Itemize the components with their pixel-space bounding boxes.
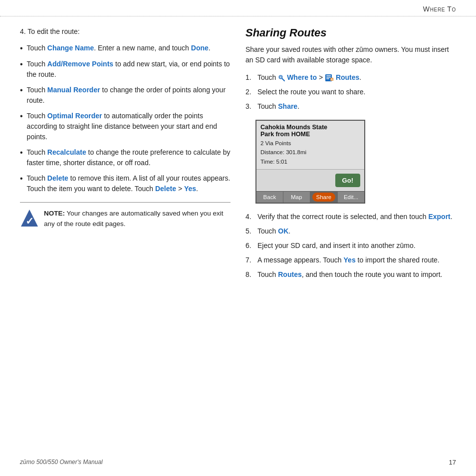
routes-link2: Routes — [278, 270, 301, 278]
list-item: Touch Recalculate to change the route pr… — [20, 147, 231, 168]
gps-back-button[interactable]: Back — [256, 192, 283, 203]
step-4: 4. Verify that the correct route is sele… — [245, 212, 456, 222]
step-1: 1. Touch Where to > — [245, 72, 456, 83]
page-title: Where To — [423, 5, 456, 13]
ok-link: OK — [278, 227, 288, 235]
step-num: 1. — [245, 72, 257, 83]
gps-screen: Cahokia Mounds StatePark from HOME 2 Via… — [255, 120, 365, 204]
steps-list: 1. Touch Where to > — [245, 72, 456, 112]
delete-link: Delete — [47, 174, 68, 182]
where-to-link: Where to — [287, 73, 317, 81]
step-num: 8. — [245, 269, 257, 280]
gps-edit-button[interactable]: Edit... — [338, 192, 364, 203]
gps-info-area: Cahokia Mounds StatePark from HOME 2 Via… — [256, 121, 364, 170]
sharing-routes-title: Sharing Routes — [245, 26, 456, 39]
gps-go-area: Go! — [256, 170, 364, 191]
note-body: Your changes are automatically saved whe… — [44, 210, 223, 227]
step-6-text: Eject your SD card, and insert it into a… — [257, 240, 416, 251]
change-name-link: Change Name — [47, 44, 94, 52]
manual-reorder-link: Manual Reorder — [47, 86, 100, 94]
svg-line-6 — [282, 79, 285, 81]
gps-share-label: Share — [312, 193, 336, 202]
gps-bottom-bar: Back Map Share Edit... — [256, 191, 364, 203]
delete-link2: Delete — [155, 185, 176, 193]
list-item: Touch Delete to remove this item. A list… — [20, 173, 231, 194]
routes-file-icon: R — [325, 74, 334, 82]
share-link: Share — [278, 102, 297, 110]
svg-text:✓: ✓ — [25, 216, 34, 227]
step-7: 7. A message appears. Touch Yes to impor… — [245, 255, 456, 265]
svg-rect-10 — [326, 78, 329, 79]
done-link: Done — [191, 44, 209, 52]
left-column: 4. To edit the route: Touch Change Name.… — [20, 26, 231, 288]
gps-map-button[interactable]: Map — [283, 192, 310, 203]
note-text: NOTE: Your changes are automatically sav… — [44, 209, 231, 229]
bullet-list: Touch Change Name. Enter a new name, and… — [20, 43, 231, 194]
note-checkmark-icon: ✓ — [20, 209, 39, 228]
note-box: ✓ NOTE: Your changes are automatically s… — [20, 202, 231, 229]
footer-manual-name: zūmo 500/550 Owner's Manual — [20, 459, 103, 466]
step-num: 6. — [245, 240, 257, 251]
routes-link: Routes — [336, 73, 359, 81]
add-remove-link: Add/Remove Points — [47, 60, 113, 68]
step-num: 2. — [245, 87, 257, 97]
content-area: 4. To edit the route: Touch Change Name.… — [0, 16, 476, 298]
yes-link2: Yes — [344, 256, 356, 264]
step-3: 3. Touch Share. — [245, 101, 456, 112]
step-num: 4. — [245, 212, 257, 222]
step-num: 7. — [245, 255, 257, 265]
right-column: Sharing Routes Share your saved routes w… — [245, 26, 456, 288]
step-2-text: Select the route you want to share. — [257, 87, 365, 97]
yes-link: Yes — [184, 185, 196, 193]
recalculate-link: Recalculate — [47, 148, 86, 156]
list-item: Touch Add/Remove Points to add new start… — [20, 59, 231, 80]
step-num: 5. — [245, 226, 257, 237]
edit-route-intro: 4. To edit the route: — [20, 26, 231, 37]
gps-route-details: 2 Via Points Distance: 301.8mi Time: 5:0… — [260, 139, 360, 166]
step-5: 5. Touch OK. — [245, 226, 456, 237]
page-header: Where To — [0, 0, 476, 16]
svg-text:R: R — [330, 78, 333, 81]
export-link: Export — [428, 213, 450, 221]
gps-go-button[interactable]: Go! — [335, 174, 360, 187]
optimal-reorder-link: Optimal Reorder — [47, 112, 102, 120]
page-container: Where To 4. To edit the route: Touch Cha… — [0, 0, 476, 476]
list-item: Touch Manual Reorder to change the order… — [20, 85, 231, 106]
page-number: 17 — [449, 459, 456, 466]
list-item: Touch Change Name. Enter a new name, and… — [20, 43, 231, 54]
search-icon — [278, 74, 285, 81]
list-item: Touch Optimal Reorder to automatically o… — [20, 111, 231, 142]
step-2: 2. Select the route you want to share. — [245, 87, 456, 97]
svg-rect-8 — [326, 75, 331, 76]
note-label: NOTE: — [44, 210, 65, 217]
step-6: 6. Eject your SD card, and insert it int… — [245, 240, 456, 251]
steps-list-continued: 4. Verify that the correct route is sele… — [245, 212, 456, 280]
step-8: 8. Touch Routes, and then touch the rout… — [245, 269, 456, 280]
step-num: 3. — [245, 101, 257, 112]
gps-route-title: Cahokia Mounds StatePark from HOME — [260, 124, 360, 138]
svg-point-5 — [280, 76, 281, 78]
gps-share-button[interactable]: Share — [310, 192, 338, 203]
sharing-routes-description: Share your saved routes with other zūmo … — [245, 44, 456, 65]
page-footer: zūmo 500/550 Owner's Manual 17 — [20, 459, 456, 466]
